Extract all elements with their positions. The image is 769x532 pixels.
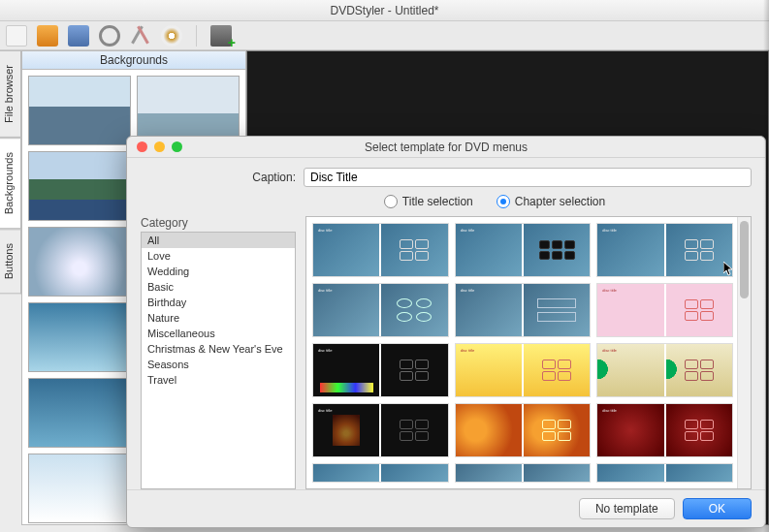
no-template-button[interactable]: No template (579, 498, 675, 519)
dialog-footer: No template OK (127, 489, 765, 527)
background-thumb[interactable] (28, 378, 131, 448)
template-thumb[interactable]: disc title (312, 283, 449, 337)
caption-label: Caption: (141, 171, 296, 184)
side-tab-rail: File browser Backgrounds Buttons (0, 50, 21, 525)
app-title: DVDStyler - Untitled* (330, 4, 438, 17)
template-thumb[interactable]: disc title (596, 223, 733, 277)
template-thumb[interactable]: disc title (596, 283, 733, 337)
template-dialog: Select template for DVD menus Caption: T… (126, 136, 766, 528)
category-label: Category (141, 216, 296, 230)
app-titlebar: DVDStyler - Untitled* (0, 0, 769, 21)
radio-icon (384, 195, 398, 208)
template-thumb[interactable]: disc title (455, 283, 592, 337)
ok-button[interactable]: OK (683, 498, 752, 519)
category-item[interactable]: Basic (142, 279, 295, 295)
template-thumb[interactable]: disc title (312, 343, 449, 397)
template-thumb[interactable] (455, 463, 592, 483)
main-toolbar (0, 21, 769, 50)
template-grid: disc title disc title disc title disc ti… (305, 216, 752, 489)
tools-icon[interactable] (130, 25, 151, 47)
zoom-icon[interactable] (172, 141, 182, 152)
background-thumb[interactable] (28, 302, 131, 372)
open-folder-icon[interactable] (37, 25, 58, 47)
category-item[interactable]: Miscellaneous (142, 326, 295, 341)
title-selection-radio[interactable]: Title selection (384, 195, 473, 208)
backgrounds-panel-title: Backgrounds (22, 51, 245, 70)
options-icon[interactable] (99, 25, 120, 47)
chapter-selection-radio[interactable]: Chapter selection (497, 195, 605, 208)
background-thumb[interactable] (28, 454, 131, 523)
template-thumb[interactable]: disc title (312, 223, 449, 277)
category-item[interactable]: Travel (142, 372, 295, 388)
category-item[interactable]: Wedding (142, 264, 295, 279)
tab-file-browser[interactable]: File browser (0, 50, 21, 138)
category-item[interactable]: Birthday (142, 295, 295, 310)
radio-label: Title selection (402, 195, 473, 208)
template-thumb[interactable] (312, 463, 449, 483)
background-thumb[interactable] (28, 227, 131, 297)
category-item[interactable]: Seasons (142, 357, 295, 372)
close-icon[interactable] (137, 141, 147, 152)
template-thumb[interactable]: disc title (596, 403, 733, 457)
burn-disc-icon[interactable] (161, 25, 182, 47)
category-item[interactable]: Nature (142, 310, 295, 326)
minimize-icon[interactable] (154, 141, 165, 152)
tab-buttons[interactable]: Buttons (0, 229, 21, 294)
background-thumb[interactable] (28, 76, 131, 145)
add-video-icon[interactable] (210, 25, 232, 47)
dialog-title: Select template for DVD menus (127, 141, 765, 154)
caption-input[interactable] (304, 168, 752, 187)
category-item[interactable]: Love (142, 248, 295, 264)
category-list: All Love Wedding Basic Birthday Nature M… (141, 232, 296, 489)
template-scrollbar[interactable] (737, 217, 751, 488)
template-thumb[interactable]: disc title (455, 343, 592, 397)
new-file-icon[interactable] (6, 25, 27, 47)
toolbar-separator (196, 25, 197, 47)
category-item[interactable]: Christmas & New Year's Eve (142, 341, 295, 357)
template-thumb[interactable]: disc title (596, 343, 733, 397)
radio-icon (497, 195, 510, 208)
template-thumb[interactable] (455, 403, 592, 457)
category-item[interactable]: All (142, 233, 295, 248)
template-thumb[interactable]: disc title (455, 223, 592, 277)
radio-label: Chapter selection (515, 195, 605, 208)
dialog-titlebar: Select template for DVD menus (127, 137, 765, 158)
save-icon[interactable] (68, 25, 89, 47)
template-thumb[interactable] (596, 463, 733, 483)
background-thumb[interactable] (28, 151, 131, 221)
template-thumb[interactable]: disc title (312, 403, 449, 457)
tab-backgrounds[interactable]: Backgrounds (0, 138, 21, 229)
